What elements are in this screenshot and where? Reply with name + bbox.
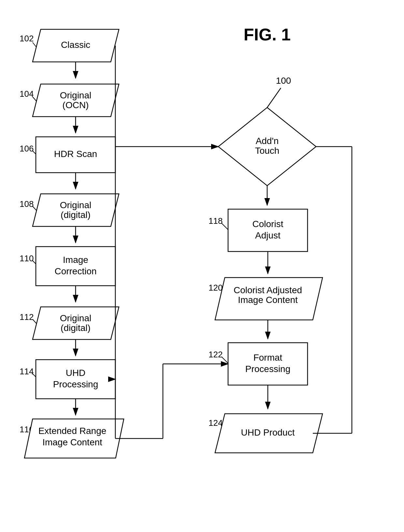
node-extended-range-2: Image Content (42, 437, 102, 447)
node-extended-range-1: Extended Range (38, 426, 107, 436)
ref-112: 112 (20, 312, 34, 322)
node-original-ocn: Original (60, 90, 91, 100)
ref-106: 106 (20, 144, 34, 153)
ref-110: 110 (20, 253, 34, 263)
ref-122: 122 (209, 350, 223, 359)
node-addn-touch-1: Add'n (256, 136, 279, 146)
node-original-digital-1: Original (60, 200, 91, 210)
node-hdr-scan: HDR Scan (54, 149, 97, 159)
figure-label: FIG. 1 (244, 25, 291, 44)
svg-line-27 (222, 223, 228, 230)
diagram-container: FIG. 1 100 102 Classic 104 Original (OCN… (0, 0, 404, 532)
ref-100: 100 (276, 76, 291, 86)
node-format-processing-1: Format (253, 352, 282, 363)
ref-120: 120 (209, 283, 223, 293)
node-addn-touch-2: Touch (255, 146, 280, 156)
ref-118: 118 (209, 216, 223, 226)
node-image-correction-1: Image (63, 255, 88, 265)
ref-108: 108 (20, 199, 34, 209)
ref-102: 102 (20, 34, 34, 43)
node-colorist-adjusted-1: Colorist Adjusted (234, 285, 302, 295)
node-uhd-processing-2: Processing (53, 379, 98, 389)
node-original-ocn-2: (OCN) (63, 100, 89, 110)
node-colorist-adjust-1: Colorist (252, 219, 283, 229)
ref-104: 104 (20, 89, 34, 99)
node-classic: Classic (61, 40, 90, 50)
node-format-processing-2: Processing (245, 364, 291, 374)
node-colorist-adjust-2: Adjust (255, 230, 281, 240)
svg-line-33 (222, 357, 228, 363)
ref-124: 124 (209, 418, 223, 428)
node-image-correction-2: Correction (54, 266, 96, 276)
node-colorist-adjusted-2: Image Content (238, 295, 298, 305)
node-original-digital-2: Original (60, 313, 91, 323)
node-uhd-product: UHD Product (241, 427, 295, 438)
node-uhd-processing-1: UHD (66, 368, 86, 378)
svg-line-1 (267, 88, 281, 108)
node-original-digital-2b: (digital) (61, 323, 91, 333)
node-original-digital-1b: (digital) (61, 210, 91, 220)
ref-114: 114 (20, 367, 34, 376)
